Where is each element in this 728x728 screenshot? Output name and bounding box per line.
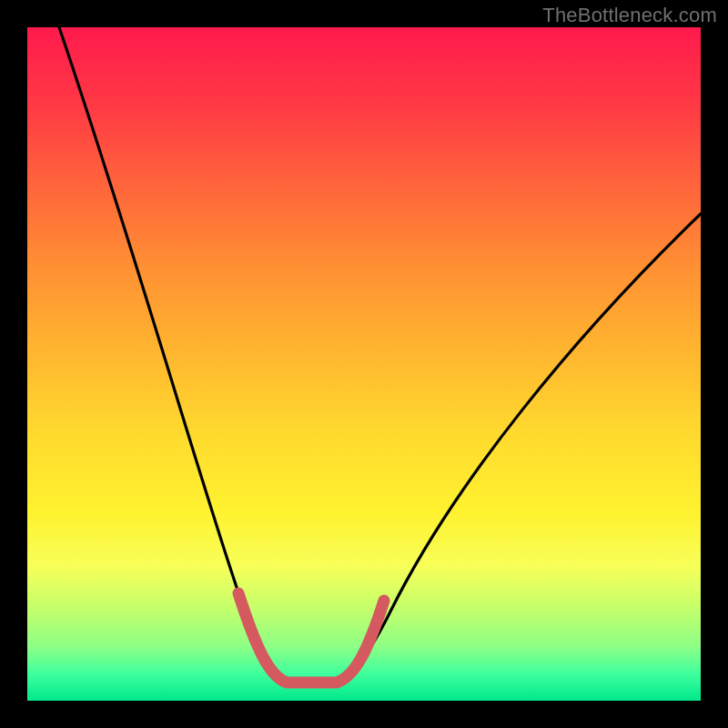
- plot-area: [27, 27, 701, 701]
- highlight-segment: [238, 593, 384, 682]
- bottleneck-curve: [59, 27, 701, 681]
- chart-frame: TheBottleneck.com: [0, 0, 728, 728]
- curve-layer: [27, 27, 701, 701]
- watermark-text: TheBottleneck.com: [542, 4, 717, 27]
